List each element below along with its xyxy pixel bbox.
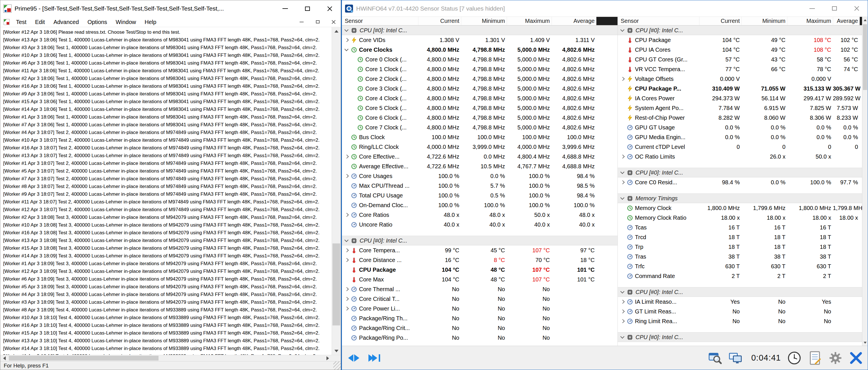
scrollbar-thumb[interactable] — [333, 243, 340, 326]
scrollbar-thumb[interactable] — [9, 356, 158, 361]
sensor-row[interactable]: Bus Clock100.0 MHz100.0 MHz100.0 MHz100.… — [342, 132, 618, 142]
sensor-row[interactable]: On-Demand Cloc...100.0 %100.0 %100.0 %10… — [342, 200, 618, 210]
close-button[interactable] — [318, 0, 341, 17]
sensor-row[interactable]: Trfc630 T630 T630 T — [618, 261, 862, 271]
mdi-minimize-button[interactable] — [297, 18, 306, 26]
sensor-row[interactable]: Package/Ring Crit...NoNoNo — [342, 323, 618, 333]
column-header-sensor[interactable]: Sensor — [618, 18, 699, 24]
chevron-down-icon[interactable] — [344, 28, 349, 33]
sensor-row[interactable]: Core Thermal ...NoNoNo — [342, 284, 618, 294]
sensor-row[interactable]: Package/Ring Th...NoNoNo — [342, 313, 618, 323]
mdi-child-icon[interactable] — [3, 19, 10, 25]
scroll-down-button[interactable] — [332, 347, 341, 355]
chevron-right-icon[interactable] — [620, 154, 625, 159]
vertical-scrollbar[interactable] — [332, 27, 341, 355]
sensor-row[interactable]: Core 7 Clock (...4,800.0 MHz4,798.8 MHz5… — [342, 123, 618, 132]
mdi-close-button[interactable] — [329, 18, 338, 26]
chevron-right-icon[interactable] — [344, 37, 349, 42]
sensor-search-button[interactable] — [706, 349, 724, 367]
sensor-row[interactable]: OC Ratio Limits26.0 x50.0 x — [618, 152, 862, 161]
close-button[interactable] — [845, 0, 868, 17]
prime95-titlebar[interactable]: Prime95 - [Self-Test,Self-Test,Self-Test… — [0, 0, 341, 17]
column-header-current[interactable]: Current — [699, 17, 741, 25]
skip-to-end-button[interactable] — [365, 349, 383, 367]
chevron-right-icon[interactable] — [344, 174, 349, 179]
sensor-row[interactable]: Core Effective...4,722.6 MHz0.0 MHz4,800… — [342, 152, 618, 161]
vertical-scrollbar[interactable] — [862, 17, 868, 346]
report-button[interactable] — [806, 349, 824, 367]
sensor-row[interactable]: Tcas16 T16 T16 T — [618, 222, 862, 232]
column-header-minimum[interactable]: Minimum — [741, 17, 787, 25]
chevron-down-icon[interactable] — [620, 170, 625, 175]
sensor-row[interactable]: CPU Package104 °C48 °C107 °C101 °C — [342, 265, 618, 275]
chevron-right-icon[interactable] — [344, 248, 349, 253]
horizontal-scrollbar[interactable] — [0, 355, 341, 361]
worker-log[interactable]: [Worker #12 Apr 3 18:06] Please read str… — [0, 27, 332, 355]
sensor-row[interactable]: Core Power Li...NoNoNo — [342, 304, 618, 313]
scroll-right-button[interactable] — [323, 355, 332, 362]
sensor-group-row[interactable]: Memory Timings — [618, 193, 862, 203]
maximize-button[interactable] — [823, 0, 845, 17]
close-sensors-button[interactable] — [847, 349, 865, 367]
sensor-row[interactable]: Core VIDs1.308 V1.301 V1.409 V1.311 V — [342, 35, 618, 45]
sensor-group-row[interactable]: CPU [#0]: Intel C... — [618, 168, 862, 178]
hwinfo-titlebar[interactable]: HWiNFO64 v7.01-4420 Sensor Status [7 val… — [342, 0, 868, 17]
sensor-row[interactable]: CPU GT Cores (Gr...57 °C43 °C58 °C56 °C — [618, 55, 862, 64]
sensor-row[interactable]: GT Limit Reas...NoNoNo — [618, 307, 862, 316]
menu-item[interactable]: Help — [140, 17, 160, 27]
chevron-right-icon[interactable] — [620, 76, 625, 82]
sensor-row[interactable]: Uncore Ratio40.0 x40.0 x40.0 x40.0 x — [342, 220, 618, 229]
sensor-row[interactable]: Max CPU/Thread ...100.0 %5.7 %100.0 %98.… — [342, 181, 618, 191]
chevron-right-icon[interactable] — [344, 212, 349, 217]
sensor-row[interactable]: Total CPU Usage100.0 %0.5 %100.0 %98.4 % — [342, 191, 618, 200]
sensor-row[interactable]: Core Distance ...16 °C8 °C70 °C18 °C — [342, 255, 618, 265]
chevron-down-icon[interactable] — [344, 47, 349, 52]
chevron-right-icon[interactable] — [620, 318, 625, 324]
sensor-row[interactable]: Memory Clock Ratio18.00 x18.00 x18.00 x1… — [618, 213, 862, 222]
nav-arrows-button[interactable] — [345, 349, 363, 367]
sensor-row[interactable]: CPU IA Cores104 °C49 °C108 °C102 °C — [618, 45, 862, 55]
scroll-up-button[interactable] — [862, 17, 868, 23]
minimize-button[interactable] — [274, 0, 296, 17]
sensor-row[interactable]: IA Limit Reaso...YesNoYes — [618, 297, 862, 307]
sensor-row[interactable]: GPU GT Usage0.0 %0.0 %0.0 %0.0 % — [618, 123, 862, 132]
column-header-sensor[interactable]: Sensor — [342, 18, 418, 24]
chevron-right-icon[interactable] — [620, 309, 625, 314]
sensor-row[interactable]: Core C0 Resid...98.4 %0.0 %100.0 %97.7 % — [618, 178, 862, 187]
sensor-row[interactable]: Ring/LLC Clock4,000.0 MHz3,999.0 MHz4,00… — [342, 142, 618, 152]
sensor-row[interactable]: Package/Ring Po...NoNoNo — [342, 333, 618, 343]
sensor-row[interactable]: Core 1 Clock (...4,800.0 MHz4,798.8 MHz5… — [342, 64, 618, 74]
sensor-row[interactable]: Voltage Offsets0.000 V0.000 V — [618, 74, 862, 84]
resize-grip[interactable] — [333, 362, 341, 370]
clock-button[interactable] — [785, 349, 803, 367]
sensor-row[interactable]: Command Rate2 T2 T2 T — [618, 271, 862, 281]
chevron-right-icon[interactable] — [344, 306, 349, 311]
sensor-row[interactable]: IA Cores Power294.373 W56.114 W299.417 W… — [618, 93, 862, 103]
sensor-row[interactable]: VR VCC Tempera...77 °C66 °C78 °C74 °C — [618, 64, 862, 74]
column-header-average[interactable]: Average — [833, 17, 860, 25]
chevron-right-icon[interactable] — [344, 296, 349, 302]
sensor-row[interactable]: Core Ratios48.0 x48.0 x50.0 x48.0 x — [342, 210, 618, 220]
scrollbar-thumb[interactable] — [863, 24, 867, 90]
chevron-right-icon[interactable] — [620, 299, 625, 304]
scroll-up-button[interactable] — [332, 27, 341, 35]
chevron-down-icon[interactable] — [620, 28, 625, 33]
sensor-row[interactable]: System Agent Po...7.784 W6.915 W7.825 W7… — [618, 103, 862, 113]
sensor-row[interactable]: Core Critical T...NoNoNo — [342, 294, 618, 304]
sensor-row[interactable]: CPU Package P...310.409 W71.055 W315.133… — [618, 84, 862, 93]
sensor-row[interactable]: Core Max104 °C48 °C107 °C101 °C — [342, 275, 618, 284]
menu-item[interactable]: Window — [112, 17, 140, 27]
column-header-maximum[interactable]: Maximum — [787, 17, 833, 25]
chevron-right-icon[interactable] — [620, 180, 625, 185]
sensor-row[interactable]: GPU Media Engin...0.0 %0.0 %0.0 %0.0 % — [618, 132, 862, 142]
sensor-row[interactable]: Core 0 Clock (...4,800.0 MHz4,798.8 MHz5… — [342, 55, 618, 64]
scroll-left-button[interactable] — [0, 355, 8, 362]
sensor-row[interactable]: CPU Package104 °C49 °C108 °C102 °C — [618, 35, 862, 45]
column-header-current[interactable]: Current — [418, 17, 461, 25]
sensor-row[interactable]: Current cTDP Level0000 — [618, 142, 862, 152]
sensor-group-row[interactable]: CPU [#0]: Intel C... — [342, 236, 618, 245]
sensor-row[interactable]: Memory Clock1,800.0 MHz1,799.6 MHz1,800.… — [618, 203, 862, 213]
chevron-down-icon[interactable] — [620, 196, 625, 201]
sensor-row[interactable]: Core 5 Clock (...4,800.0 MHz4,798.8 MHz5… — [342, 103, 618, 113]
sensor-row[interactable]: Core Usages100.0 %0.0 %100.0 %98.4 % — [342, 171, 618, 181]
